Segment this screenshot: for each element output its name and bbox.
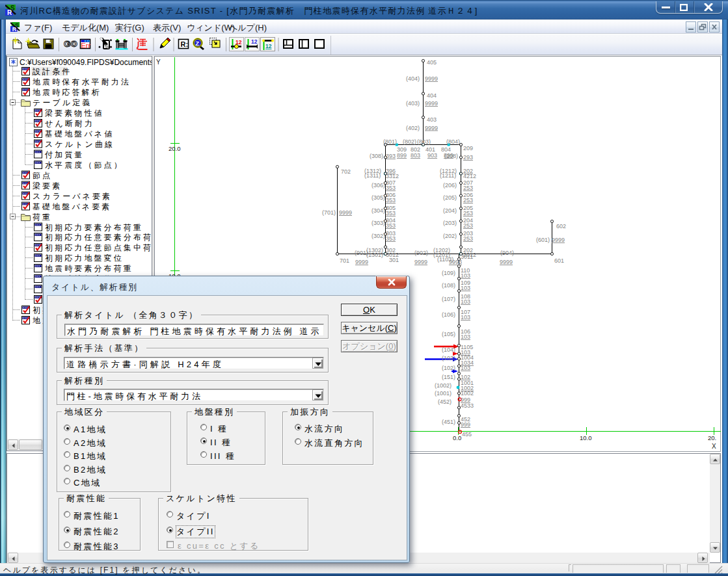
svg-text:Z: Z — [196, 40, 200, 47]
svg-text:(601): (601) — [536, 237, 550, 243]
svg-text:(205): (205) — [443, 194, 457, 201]
svg-text:(404): (404) — [406, 75, 420, 82]
svg-text:301: 301 — [389, 257, 399, 263]
svg-text:荷重: 荷重 — [33, 213, 52, 222]
svg-text:水平震度（節点）: 水平震度（節点） — [45, 161, 124, 170]
svg-text:103: 103 — [461, 365, 470, 371]
svg-text:(1001): (1001) — [435, 390, 452, 397]
svg-text:9999: 9999 — [425, 75, 438, 82]
svg-text:9999: 9999 — [414, 259, 427, 265]
svg-text:353: 353 — [386, 210, 396, 216]
svg-text:(451): (451) — [442, 419, 455, 425]
svg-text:405: 405 — [427, 59, 437, 66]
svg-text:(402): (402) — [406, 125, 420, 131]
svg-text:スカラーバネ要素: スカラーバネ要素 — [33, 192, 112, 201]
svg-text:803: 803 — [411, 152, 420, 159]
svg-text:(208): (208) — [444, 153, 458, 159]
svg-text:(308): (308) — [370, 153, 383, 159]
svg-text:9999: 9999 — [425, 125, 438, 131]
svg-text:353: 353 — [386, 197, 396, 203]
svg-text:基礎地盤バネ要素: 基礎地盤バネ要素 — [33, 202, 111, 211]
svg-text:Err: Err — [81, 42, 91, 49]
svg-text:X: X — [712, 443, 716, 450]
svg-text:(801): (801) — [383, 138, 397, 145]
svg-text:(109): (109) — [442, 270, 455, 276]
svg-text:253: 253 — [463, 210, 473, 216]
svg-text:(102): (102) — [442, 365, 455, 371]
svg-text:(1311): (1311) — [364, 172, 381, 179]
svg-text:(107): (107) — [442, 296, 455, 302]
svg-text:9999: 9999 — [339, 209, 352, 216]
svg-text:初期応力任意要素分布荷重: 初期応力任意要素分布荷重 — [45, 233, 152, 242]
svg-text:(902): (902) — [414, 250, 428, 256]
svg-text:基礎地盤バネ値: 基礎地盤バネ値 — [45, 129, 114, 138]
svg-text:10.0: 10.0 — [580, 434, 592, 441]
svg-text:R: R — [7, 9, 12, 16]
svg-text:初期応力任意節点集中荷重: 初期応力任意節点集中荷重 — [45, 243, 152, 252]
svg-text:9999: 9999 — [552, 237, 565, 243]
svg-text:GO: GO — [64, 39, 77, 49]
svg-text:(104): (104) — [442, 347, 455, 353]
svg-text:999: 999 — [461, 421, 470, 428]
svg-text:せん断耐力: せん断耐力 — [45, 119, 94, 128]
svg-text:地震時保有水平耐力法: 地震時保有水平耐力法 — [33, 77, 131, 86]
svg-text:(302): (302) — [371, 233, 385, 239]
svg-text:(802): (802) — [403, 138, 416, 145]
svg-text:12: 12 — [236, 39, 242, 46]
svg-text:404: 404 — [427, 92, 437, 99]
svg-text:初期応力地盤変位: 初期応力地盤変位 — [45, 254, 124, 263]
svg-text:スケルトン曲線: スケルトン曲線 — [45, 140, 115, 149]
svg-text:403: 403 — [427, 116, 437, 123]
svg-text:4533: 4533 — [461, 402, 474, 409]
svg-text:テーブル定義: テーブル定義 — [33, 98, 92, 107]
svg-text:(305): (305) — [371, 194, 385, 201]
svg-text:(105): (105) — [442, 331, 455, 337]
svg-text:103: 103 — [461, 272, 470, 279]
svg-text:353: 353 — [386, 235, 396, 242]
svg-text:103: 103 — [461, 298, 470, 305]
svg-text:12: 12 — [251, 38, 258, 45]
svg-text:地震時応答解析: 地震時応答解析 — [33, 88, 101, 97]
svg-text:293: 293 — [463, 154, 473, 161]
svg-text:353: 353 — [386, 185, 396, 191]
svg-text:(701): (701) — [322, 209, 336, 216]
svg-text:4212: 4212 — [463, 173, 476, 179]
svg-text:(1002): (1002) — [435, 382, 452, 389]
svg-text:253: 253 — [463, 222, 473, 229]
svg-text:(108): (108) — [442, 282, 455, 289]
svg-text:付加質量: 付加質量 — [44, 150, 84, 159]
svg-text:12: 12 — [265, 43, 272, 49]
svg-text:R:: R: — [181, 40, 189, 48]
svg-text:353: 353 — [386, 222, 396, 229]
svg-text:3011: 3011 — [461, 254, 473, 260]
svg-text:9999: 9999 — [425, 100, 438, 107]
svg-text:(304): (304) — [371, 207, 385, 214]
svg-text:(403): (403) — [406, 100, 420, 107]
svg-text:209: 209 — [463, 145, 473, 151]
svg-text:702: 702 — [341, 168, 351, 175]
svg-text:節点: 節点 — [33, 171, 52, 180]
svg-text:(206): (206) — [443, 182, 457, 189]
svg-text:C:¥Users¥f090049.FIPDS¥Documen: C:¥Users¥f090049.FIPDS¥Documents¥f — [20, 58, 152, 67]
svg-text:602: 602 — [556, 223, 566, 229]
svg-text:20.0: 20.0 — [169, 145, 181, 152]
svg-text:253: 253 — [463, 235, 473, 242]
svg-text:(303): (303) — [371, 220, 385, 226]
svg-text:設計条件: 設計条件 — [33, 67, 72, 76]
svg-text:(306): (306) — [371, 182, 385, 189]
svg-text:601: 601 — [554, 257, 564, 264]
svg-text:(803): (803) — [417, 138, 431, 145]
svg-text:梁要素物性値: 梁要素物性値 — [45, 109, 104, 118]
svg-text:253: 253 — [463, 185, 473, 191]
svg-text:(1301): (1301) — [366, 252, 383, 258]
svg-text:(203): (203) — [443, 220, 457, 226]
svg-text:(904): (904) — [500, 250, 514, 256]
svg-text:903: 903 — [427, 152, 437, 159]
svg-text:初期応力要素分布荷重: 初期応力要素分布荷重 — [45, 223, 143, 232]
svg-text:R: R — [12, 26, 17, 32]
svg-text:899: 899 — [397, 152, 407, 159]
svg-text:3312: 3312 — [386, 173, 399, 179]
svg-text:0.0: 0.0 — [453, 434, 461, 441]
svg-text:455: 455 — [462, 431, 472, 438]
svg-text:地震時要素分布荷重: 地震時要素分布荷重 — [45, 264, 133, 273]
